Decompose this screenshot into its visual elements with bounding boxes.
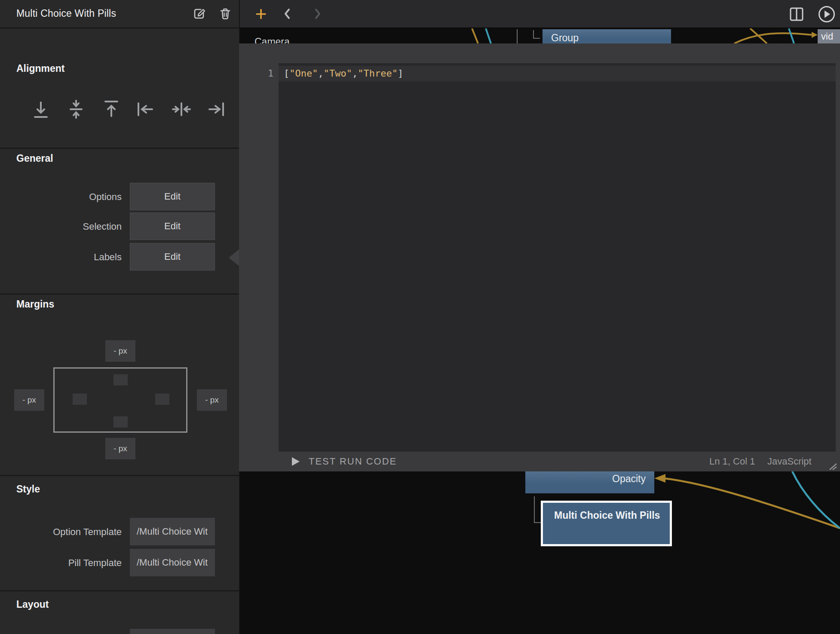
- margin-bottom-input[interactable]: - px: [105, 438, 135, 459]
- align-top-icon: [101, 99, 122, 120]
- selection-label: Selection: [0, 212, 122, 241]
- hierarchy-line: [517, 29, 518, 43]
- multi-choice-with-pills-node[interactable]: Multi Choice With Pills: [541, 501, 672, 546]
- run-code-play-icon: [291, 456, 301, 467]
- code-token: "Three": [358, 68, 398, 79]
- property-panel: Multi Choice With Pills Alignment: [0, 0, 240, 634]
- code-token: ,: [318, 68, 323, 79]
- chevron-left-icon: [281, 7, 294, 21]
- chevron-right-icon: [310, 7, 324, 21]
- options-edit-button[interactable]: Edit: [130, 183, 215, 210]
- section-divider: [0, 590, 239, 591]
- code-token: [: [284, 68, 289, 79]
- general-heading: General: [16, 153, 53, 164]
- margin-right-input[interactable]: - px: [197, 389, 227, 411]
- layout-heading: Layout: [16, 599, 49, 610]
- split-view-button[interactable]: [789, 6, 804, 22]
- margin-left-input[interactable]: - px: [14, 389, 44, 411]
- rename-button[interactable]: [192, 6, 207, 22]
- labels-edit-button[interactable]: Edit: [130, 243, 215, 271]
- split-view-icon: [789, 6, 804, 22]
- option-template-value[interactable]: /Multi Choice Wit: [130, 518, 215, 545]
- code-editor[interactable]: ["One","Two","Three"]: [279, 63, 836, 452]
- alignment-heading: Alignment: [16, 63, 64, 74]
- node-graph-canvas-top[interactable]: Camera Group vid: [240, 28, 840, 43]
- align-left-icon: [135, 99, 156, 120]
- resize-grip[interactable]: [829, 463, 838, 471]
- canvas-toolbar: +: [240, 0, 840, 28]
- hierarchy-elbow: [533, 30, 540, 39]
- cursor-position: Ln 1, Col 1: [709, 452, 755, 471]
- code-line[interactable]: ["One","Two","Three"]: [279, 66, 836, 81]
- align-right-icon: [206, 99, 227, 120]
- play-circle-icon: [818, 5, 836, 23]
- padding-left-handle[interactable]: [73, 394, 87, 405]
- trash-icon: [218, 6, 233, 22]
- selection-edit-button[interactable]: Edit: [130, 212, 215, 240]
- component-title: Multi Choice With Pills: [16, 8, 116, 19]
- align-bottom-icon: [31, 99, 51, 120]
- wires-bottom: [240, 471, 840, 634]
- padding-right-handle[interactable]: [155, 394, 169, 405]
- run-preview-button[interactable]: [818, 5, 836, 23]
- wires-top: [240, 28, 840, 43]
- property-panel-header: Multi Choice With Pills: [0, 0, 239, 28]
- app-window: Multi Choice With Pills Alignment: [0, 0, 840, 634]
- margin-top-input[interactable]: - px: [105, 340, 135, 362]
- align-vertical-center-button[interactable]: [66, 99, 86, 120]
- opacity-node[interactable]: Opacity: [525, 471, 654, 493]
- section-divider: [0, 293, 239, 295]
- navigate-forward-button[interactable]: [310, 7, 324, 21]
- align-bottom-button[interactable]: [31, 99, 51, 120]
- align-left-button[interactable]: [135, 99, 156, 120]
- line-number: 1: [256, 66, 273, 81]
- multi-choice-with-pills-node-label: Multi Choice With Pills: [543, 503, 670, 544]
- align-vertical-center-icon: [66, 99, 86, 120]
- add-node-button[interactable]: +: [250, 3, 272, 25]
- group-node[interactable]: Group: [543, 29, 671, 43]
- align-horizontal-center-button[interactable]: [171, 99, 192, 120]
- padding-bottom-handle[interactable]: [113, 416, 128, 428]
- align-horizontal-center-icon: [171, 99, 192, 120]
- align-top-button[interactable]: [101, 99, 122, 120]
- editor-footer: TEST RUN CODE Ln 1, Col 1 JavaScript: [239, 452, 840, 471]
- section-divider: [0, 148, 239, 149]
- margins-diagram: [53, 367, 187, 433]
- pill-template-label: Pill Template: [0, 549, 122, 577]
- edit-pencil-icon: [192, 6, 207, 22]
- code-token: ]: [398, 68, 403, 79]
- node-graph-canvas[interactable]: Opacity Multi Choice With Pills: [240, 471, 840, 634]
- delete-button[interactable]: [218, 6, 233, 22]
- language-selector[interactable]: JavaScript: [767, 452, 812, 471]
- code-token: "One": [289, 68, 318, 79]
- align-right-button[interactable]: [206, 99, 227, 120]
- options-label: Options: [0, 183, 122, 211]
- labels-label: Labels: [0, 243, 122, 271]
- popup-caret: [229, 249, 240, 267]
- test-run-code-button[interactable]: TEST RUN CODE: [309, 452, 397, 471]
- style-heading: Style: [16, 483, 40, 495]
- code-editor-popup: ["One","Two","Three"] 1 TEST RUN CODE Ln…: [239, 43, 840, 471]
- margins-heading: Margins: [16, 299, 54, 310]
- layout-partial-field[interactable]: [130, 629, 215, 634]
- code-token: "Two": [324, 68, 352, 79]
- navigate-back-button[interactable]: [281, 7, 294, 21]
- code-token: ,: [352, 68, 358, 79]
- pill-template-value[interactable]: /Multi Choice Wit: [130, 549, 215, 576]
- section-divider: [0, 475, 239, 476]
- video-node[interactable]: vid: [818, 29, 840, 43]
- padding-top-handle[interactable]: [113, 374, 128, 385]
- option-template-label: Option Template: [0, 518, 122, 546]
